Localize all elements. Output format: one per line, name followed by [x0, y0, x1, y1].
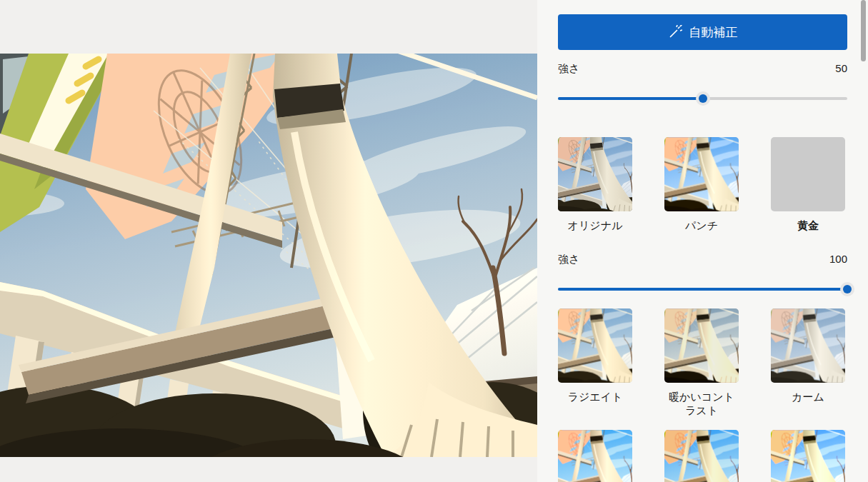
strength-value: 100 — [829, 253, 847, 265]
filter-label: オリジナル — [558, 219, 632, 232]
filter-item-original[interactable]: オリジナル — [558, 137, 632, 232]
auto-enhance-button[interactable]: 自動補正 — [558, 14, 847, 50]
auto-enhance-label: 自動補正 — [689, 24, 738, 41]
filter-label: カーム — [771, 390, 845, 403]
strength-label: 強さ — [558, 63, 579, 74]
auto-enhance-strength-row: 強さ 50 — [558, 63, 847, 74]
filter-item-warm-contrast[interactable]: 暖かいコントラスト — [664, 308, 739, 417]
filter-thumbnail[interactable] — [771, 308, 845, 383]
slider-thumb[interactable] — [696, 91, 710, 106]
filters-panel: 自動補正 強さ 50 オリジナル パンチ — [537, 0, 868, 482]
filter-label: 暖かいコントラスト — [664, 390, 739, 417]
filter-grid-row1: オリジナル パンチ 黄金 — [558, 137, 847, 232]
filter-item-calm[interactable]: カーム — [771, 308, 845, 417]
filter-strength-row: 強さ 100 — [558, 253, 847, 265]
panel-scrollbar[interactable] — [861, 0, 866, 482]
filter-item-golden-selected[interactable]: 黄金 — [771, 137, 845, 232]
filter-item-partial-3[interactable] — [771, 430, 845, 482]
edited-photo — [0, 54, 537, 457]
filter-label: ラジエイト — [558, 390, 632, 403]
slider-track[interactable] — [558, 288, 847, 291]
auto-enhance-strength-slider[interactable] — [558, 91, 847, 106]
filter-thumbnail[interactable] — [664, 430, 739, 482]
scrollbar-thumb[interactable] — [861, 0, 866, 61]
filter-thumbnail-selected[interactable] — [771, 137, 845, 211]
filter-grid-row2: ラジエイト 暖かいコントラスト カーム — [558, 308, 847, 417]
filter-label: 黄金 — [771, 219, 845, 232]
filter-strength-slider[interactable] — [558, 282, 847, 296]
filter-thumbnail[interactable] — [664, 308, 739, 383]
filter-thumbnail[interactable] — [664, 137, 739, 211]
slider-thumb[interactable] — [840, 282, 854, 296]
slider-fill — [558, 288, 847, 291]
slider-fill — [558, 97, 703, 100]
filter-item-partial-2[interactable] — [664, 430, 739, 482]
filter-thumbnail[interactable] — [558, 137, 632, 211]
photo-svg — [0, 54, 537, 457]
filter-item-partial-1[interactable] — [558, 430, 632, 482]
filter-thumbnail[interactable] — [771, 430, 845, 482]
filter-label: パンチ — [664, 219, 739, 232]
photo-canvas — [0, 0, 537, 482]
filter-thumbnail[interactable] — [558, 430, 632, 482]
strength-value: 50 — [835, 63, 847, 74]
magic-wand-icon — [668, 25, 682, 39]
filter-grid-row3-partial — [558, 430, 847, 482]
filter-item-radiate[interactable]: ラジエイト — [558, 308, 632, 417]
filter-item-punch[interactable]: パンチ — [664, 137, 739, 232]
strength-label: 強さ — [558, 253, 579, 265]
filter-thumbnail[interactable] — [558, 308, 632, 383]
